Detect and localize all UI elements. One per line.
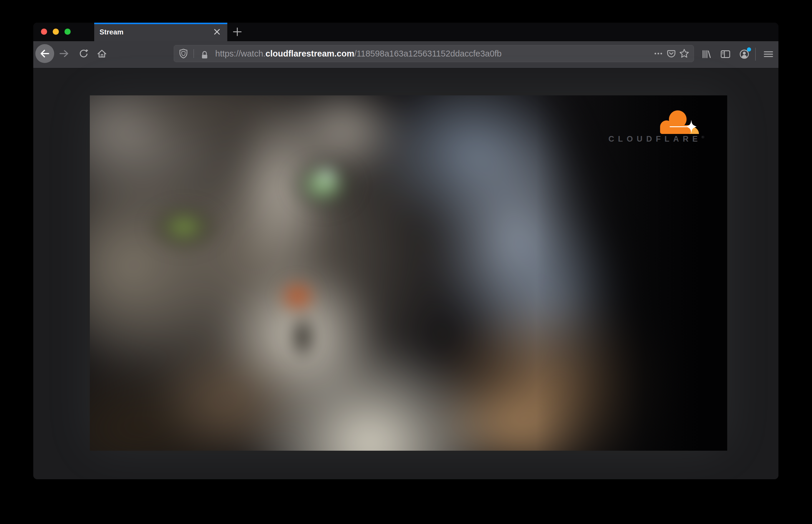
zoom-window-button[interactable] [64,29,71,35]
close-window-button[interactable] [41,29,47,35]
page-content: CLOUDFLARE® [33,68,778,479]
toolbar-divider [755,48,756,61]
sidebar-icon[interactable] [719,48,731,60]
url-domain: cloudflarestream.com [265,49,354,58]
home-icon[interactable] [97,48,107,59]
tracking-shield-icon[interactable] [177,47,190,60]
browser-window: Stream [33,23,778,479]
url-path: /118598a163a125631152ddaccfe3a0fb [354,49,501,58]
pocket-icon[interactable] [665,47,678,60]
library-icon[interactable] [700,48,712,60]
trademark-symbol: ® [701,135,704,139]
tab-bar: Stream [33,23,778,41]
forward-icon[interactable] [59,48,69,59]
active-tab-indicator [94,23,227,24]
account-notification-dot [747,47,751,51]
cloudflare-logo: CLOUDFLARE® [608,109,704,143]
new-tab-icon[interactable] [231,26,243,38]
cloudflare-wordmark: CLOUDFLARE® [608,135,704,143]
reload-icon[interactable] [78,48,88,59]
tab-close-icon[interactable] [212,27,222,37]
cloudflare-cloud-icon [657,109,704,134]
navigation-toolbar: https://watch.cloudflarestream.com/11859… [33,41,778,68]
url-bar[interactable]: https://watch.cloudflarestream.com/11859… [174,45,694,62]
tab-stream[interactable]: Stream [94,23,227,41]
bookmark-star-icon[interactable] [678,47,691,60]
account-icon[interactable] [738,48,750,60]
video-right-shadow [90,95,727,451]
url-text: https://watch.cloudflarestream.com/11859… [215,49,502,59]
minimize-window-button[interactable] [53,29,59,35]
url-scheme: https://watch. [215,49,265,58]
back-icon[interactable] [35,44,54,63]
lock-icon[interactable] [198,47,211,60]
video-player[interactable]: CLOUDFLARE® [90,95,727,451]
window-controls [41,29,71,35]
page-actions-icon[interactable] [652,47,665,60]
tab-title: Stream [99,28,123,36]
urlbar-divider [193,49,194,58]
menu-icon[interactable] [763,48,774,60]
